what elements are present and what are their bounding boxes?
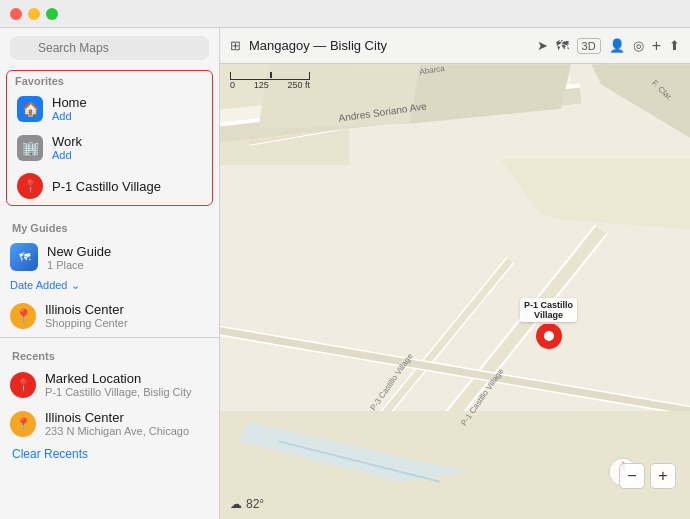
- map-pin[interactable]: P-1 Castillo Village: [520, 298, 577, 352]
- sidebar-item-work[interactable]: 🏢 Work Add: [7, 128, 212, 167]
- guides-section: My Guides 🗺 New Guide 1 Place Date Added…: [0, 216, 219, 335]
- favorites-label: Favorites: [7, 71, 212, 89]
- favorites-section: Favorites 🏠 Home Add 🏢 Work Add 📍: [6, 70, 213, 206]
- scale-end: 250 ft: [287, 80, 310, 90]
- work-subtitle: Add: [52, 149, 82, 161]
- work-text: Work Add: [52, 134, 82, 161]
- minimize-button[interactable]: [28, 8, 40, 20]
- search-container: 🔍: [0, 28, 219, 68]
- sidebar-item-illinois-recent[interactable]: 📍 Illinois Center 233 N Michigan Ave, Ch…: [0, 404, 219, 443]
- maximize-button[interactable]: [46, 8, 58, 20]
- scale-bar: 0 125 250 ft: [230, 72, 310, 90]
- zoom-out-button[interactable]: −: [619, 463, 645, 489]
- map-view-icon[interactable]: 🗺: [556, 38, 569, 53]
- castillo-icon: 📍: [17, 173, 43, 199]
- guide-subtitle: 1 Place: [47, 259, 111, 271]
- search-input[interactable]: [10, 36, 209, 60]
- close-button[interactable]: [10, 8, 22, 20]
- scale-ruler: [230, 72, 310, 80]
- illinois-guide-title: Illinois Center: [45, 302, 128, 317]
- illinois-recent-text: Illinois Center 233 N Michigan Ave, Chic…: [45, 410, 189, 437]
- search-wrapper: 🔍: [10, 36, 209, 60]
- illinois-recent-icon: 📍: [10, 411, 36, 437]
- map-header: ⊞ Mangagoy — Bislig City ➤ 🗺 3D 👤 ◎ + ⬆: [220, 28, 690, 64]
- home-text: Home Add: [52, 95, 87, 122]
- home-icon: 🏠: [17, 96, 43, 122]
- map-area: ⊞ Mangagoy — Bislig City ➤ 🗺 3D 👤 ◎ + ⬆: [220, 28, 690, 519]
- svg-point-13: [544, 331, 554, 341]
- navigation-icon[interactable]: ➤: [537, 38, 548, 53]
- marked-location-icon: 📍: [10, 372, 36, 398]
- pin-label-2: Village: [524, 310, 573, 320]
- marked-location-title: Marked Location: [45, 371, 192, 386]
- weather: ☁ 82°: [230, 497, 264, 511]
- traffic-lights: [10, 8, 58, 20]
- location-circle-icon[interactable]: ◎: [633, 38, 644, 53]
- add-icon[interactable]: +: [652, 37, 661, 55]
- guide-icon: 🗺: [10, 243, 38, 271]
- illinois-guide-subtitle: Shopping Center: [45, 317, 128, 329]
- work-title: Work: [52, 134, 82, 149]
- marked-location-subtitle: P-1 Castillo Village, Bislig City: [45, 386, 192, 398]
- illinois-guide-icon: 📍: [10, 303, 36, 329]
- title-bar: [0, 0, 690, 28]
- castillo-text: P-1 Castillo Village: [52, 179, 161, 194]
- sidebar-item-illinois-guide[interactable]: 📍 Illinois Center Shopping Center: [0, 296, 219, 335]
- recents-section: Recents 📍 Marked Location P-1 Castillo V…: [0, 344, 219, 469]
- sort-label[interactable]: Date Added ⌄: [10, 279, 209, 292]
- people-icon[interactable]: 👤: [609, 38, 625, 53]
- home-title: Home: [52, 95, 87, 110]
- map-controls: − +: [619, 463, 676, 489]
- map-title: Mangagoy — Bislig City: [249, 38, 387, 53]
- main-content: 🔍 Favorites 🏠 Home Add 🏢 Work Add: [0, 28, 690, 519]
- sidebar-item-home[interactable]: 🏠 Home Add: [7, 89, 212, 128]
- map-grid-icon: ⊞: [230, 38, 241, 53]
- home-subtitle: Add: [52, 110, 87, 122]
- recents-label: Recents: [0, 344, 219, 365]
- guides-label: My Guides: [0, 216, 219, 237]
- scale-mid-label: 125: [254, 80, 269, 90]
- sidebar-item-marked-location[interactable]: 📍 Marked Location P-1 Castillo Village, …: [0, 365, 219, 404]
- pin-label-1: P-1 Castillo: [524, 300, 573, 310]
- scale-start: 0: [230, 80, 235, 90]
- share-icon[interactable]: ⬆: [669, 38, 680, 53]
- clear-recents-button[interactable]: Clear Recents: [0, 443, 219, 469]
- map-svg: Andres Soriano Ave Abarca F. Clar. P-3 C…: [220, 28, 690, 519]
- illinois-recent-title: Illinois Center: [45, 410, 189, 425]
- temperature: 82°: [246, 497, 264, 511]
- sidebar: 🔍 Favorites 🏠 Home Add 🏢 Work Add: [0, 28, 220, 519]
- weather-icon: ☁: [230, 497, 242, 511]
- sidebar-item-new-guide[interactable]: 🗺 New Guide 1 Place: [0, 237, 219, 277]
- divider-recents: [0, 337, 219, 338]
- pin-svg: [535, 324, 563, 352]
- illinois-guide-text: Illinois Center Shopping Center: [45, 302, 128, 329]
- marked-location-text: Marked Location P-1 Castillo Village, Bi…: [45, 371, 192, 398]
- guide-title: New Guide: [47, 244, 111, 259]
- sidebar-item-castillo[interactable]: 📍 P-1 Castillo Village: [7, 167, 212, 205]
- zoom-in-button[interactable]: +: [650, 463, 676, 489]
- guide-text: New Guide 1 Place: [47, 244, 111, 271]
- scale-labels: 0 125 250 ft: [230, 80, 310, 90]
- castillo-title: P-1 Castillo Village: [52, 179, 161, 194]
- work-icon: 🏢: [17, 135, 43, 161]
- illinois-recent-subtitle: 233 N Michigan Ave, Chicago: [45, 425, 189, 437]
- three-d-button[interactable]: 3D: [577, 38, 601, 54]
